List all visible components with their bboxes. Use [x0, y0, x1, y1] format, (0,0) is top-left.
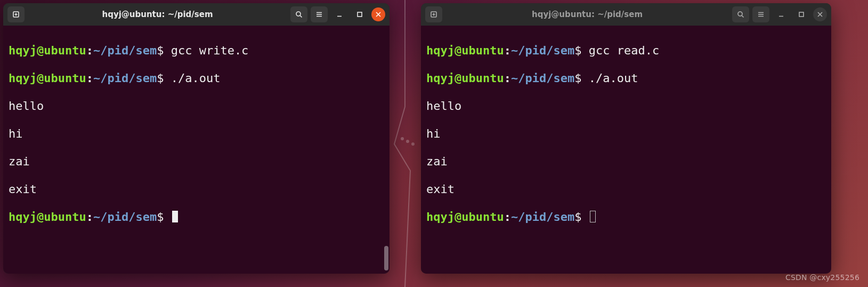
prompt-sep: : — [86, 44, 93, 57]
prompt-symbol: $ — [157, 210, 164, 224]
svg-rect-5 — [358, 12, 362, 17]
prompt-line-1: hqyj@ubuntu:~/pid/sem$ gcc read.c — [426, 44, 826, 58]
prompt-symbol: $ — [574, 71, 581, 85]
svg-point-4 — [296, 12, 301, 16]
new-tab-button[interactable] — [425, 6, 442, 22]
hamburger-icon — [757, 10, 765, 19]
output-line: zai — [9, 155, 384, 169]
prompt-line-idle: hqyj@ubuntu:~/pid/sem$ — [426, 210, 826, 224]
prompt-user: hqyj@ubuntu — [426, 44, 504, 57]
titlebar-left-group — [7, 6, 25, 22]
prompt-user: hqyj@ubuntu — [9, 71, 86, 85]
output-line: exit — [426, 182, 826, 196]
prompt-user: hqyj@ubuntu — [9, 44, 86, 57]
new-tab-icon — [12, 10, 20, 19]
svg-rect-8 — [799, 12, 804, 17]
titlebar-left[interactable]: hqyj@ubuntu: ~/pid/sem — [3, 3, 390, 26]
terminal-window-left[interactable]: hqyj@ubuntu: ~/pid/sem — [3, 3, 390, 274]
prompt-path: ~/pid/sem — [93, 71, 157, 85]
close-icon — [374, 10, 383, 19]
new-tab-icon — [429, 10, 438, 19]
titlebar-right-group — [732, 6, 827, 22]
prompt-line-1: hqyj@ubuntu:~/pid/sem$ gcc write.c — [9, 44, 384, 58]
command-text: gcc read.c — [589, 44, 659, 57]
terminal-body-right[interactable]: hqyj@ubuntu:~/pid/sem$ gcc read.c hqyj@u… — [421, 26, 831, 274]
cursor-hollow — [590, 211, 596, 222]
terminal-window-right[interactable]: hqyj@ubuntu: ~/pid/sem — [421, 3, 831, 274]
prompt-symbol: $ — [157, 71, 164, 85]
close-button[interactable] — [371, 7, 385, 21]
close-button[interactable] — [813, 7, 827, 21]
output-line: hello — [9, 99, 384, 113]
svg-point-1 — [406, 140, 409, 143]
output-line: hi — [426, 127, 826, 141]
search-icon — [295, 10, 303, 19]
search-button[interactable] — [732, 6, 749, 22]
output-line: exit — [9, 182, 384, 196]
prompt-line-2: hqyj@ubuntu:~/pid/sem$ ./a.out — [9, 71, 384, 85]
prompt-user: hqyj@ubuntu — [9, 210, 86, 224]
svg-point-7 — [738, 12, 742, 16]
prompt-symbol: $ — [574, 44, 581, 57]
prompt-symbol: $ — [157, 44, 164, 57]
prompt-symbol: $ — [574, 210, 581, 224]
maximize-icon — [797, 10, 806, 19]
svg-point-2 — [411, 142, 415, 146]
prompt-path: ~/pid/sem — [511, 71, 574, 85]
prompt-path: ~/pid/sem — [511, 44, 574, 57]
maximize-button[interactable] — [793, 6, 810, 22]
minimize-button[interactable] — [331, 6, 348, 22]
prompt-path: ~/pid/sem — [93, 44, 157, 57]
prompt-sep: : — [86, 210, 93, 224]
menu-button[interactable] — [752, 6, 769, 22]
prompt-sep: : — [504, 44, 511, 57]
svg-point-0 — [401, 137, 404, 140]
window-title: hqyj@ubuntu: ~/pid/sem — [445, 10, 729, 19]
desktop-background: hqyj@ubuntu: ~/pid/sem — [0, 0, 868, 287]
prompt-sep: : — [504, 71, 511, 85]
output-line: hi — [9, 127, 384, 141]
minimize-button[interactable] — [773, 6, 790, 22]
maximize-button[interactable] — [351, 6, 368, 22]
window-title: hqyj@ubuntu: ~/pid/sem — [28, 10, 287, 19]
prompt-user: hqyj@ubuntu — [426, 210, 504, 224]
search-icon — [736, 10, 745, 19]
hamburger-icon — [315, 10, 323, 19]
close-icon — [816, 10, 824, 19]
titlebar-right[interactable]: hqyj@ubuntu: ~/pid/sem — [421, 3, 831, 26]
menu-button[interactable] — [311, 6, 328, 22]
watermark-text: CSDN @cxy255256 — [785, 273, 859, 282]
prompt-line-idle: hqyj@ubuntu:~/pid/sem$ — [9, 210, 384, 224]
maximize-icon — [355, 10, 364, 19]
prompt-line-2: hqyj@ubuntu:~/pid/sem$ ./a.out — [426, 71, 826, 85]
output-line: hello — [426, 99, 826, 113]
prompt-path: ~/pid/sem — [93, 210, 157, 224]
minimize-icon — [335, 10, 344, 19]
command-text: ./a.out — [171, 71, 221, 85]
new-tab-button[interactable] — [7, 6, 25, 22]
cursor-block — [172, 211, 178, 222]
prompt-user: hqyj@ubuntu — [426, 71, 504, 85]
prompt-sep: : — [504, 210, 511, 224]
scrollbar-thumb[interactable] — [384, 246, 388, 270]
minimize-icon — [777, 10, 785, 19]
command-text: gcc write.c — [171, 44, 249, 57]
output-line: zai — [426, 155, 826, 169]
terminal-body-left[interactable]: hqyj@ubuntu:~/pid/sem$ gcc write.c hqyj@… — [3, 26, 390, 274]
titlebar-left-group — [425, 6, 442, 22]
command-text: ./a.out — [589, 71, 638, 85]
search-button[interactable] — [290, 6, 307, 22]
prompt-sep: : — [86, 71, 93, 85]
prompt-path: ~/pid/sem — [511, 210, 574, 224]
titlebar-right-group — [290, 6, 385, 22]
